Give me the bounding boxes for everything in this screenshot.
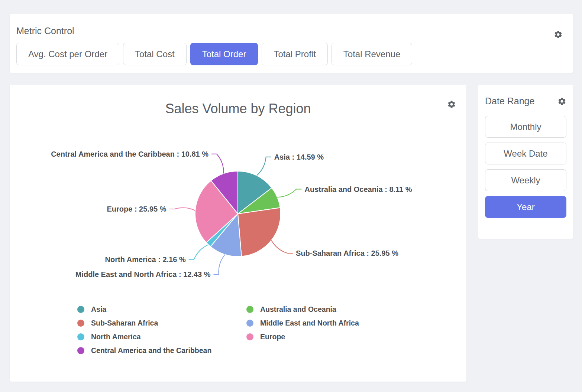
pie-label-line-middle-east-and-north-africa — [214, 255, 225, 274]
legend-label-europe: Europe — [260, 333, 285, 341]
dashboard-page: { "metric_control": { "title": "Metric C… — [0, 0, 582, 392]
legend-dot-sub-saharan-africa — [77, 320, 84, 327]
pie-label-middle-east-and-north-africa: Middle East and North Africa : 12.43 % — [75, 270, 211, 278]
metric-control-title: Metric Control — [16, 14, 566, 36]
date-range-button-monthly[interactable]: Monthly — [485, 116, 566, 138]
metric-control-panel: Metric Control Avg. Cost per OrderTotal … — [10, 14, 573, 73]
legend-item-europe[interactable]: Europe — [246, 330, 359, 344]
legend-label-north-america: North America — [91, 333, 141, 341]
date-range-panel: Date Range MonthlyWeek DateWeeklyYear — [478, 85, 573, 239]
metric-button-group: Avg. Cost per OrderTotal CostTotal Order… — [16, 43, 566, 65]
legend-label-asia: Asia — [91, 305, 106, 314]
metric-button-total-profit[interactable]: Total Profit — [262, 43, 327, 65]
legend-label-sub-saharan-africa: Sub-Saharan Africa — [91, 319, 158, 327]
legend-label-australia-and-oceania: Australia and Oceania — [260, 305, 336, 314]
date-range-title: Date Range — [485, 96, 534, 107]
pie-label-line-north-america — [189, 245, 208, 259]
date-range-settings-gear-icon[interactable] — [557, 97, 566, 106]
pie-label-line-central-america-and-the-caribbean — [211, 154, 224, 174]
gear-icon — [557, 97, 566, 106]
legend-item-north-america[interactable]: North America — [77, 330, 246, 344]
legend-dot-europe — [246, 333, 253, 340]
legend-label-middle-east-and-north-africa: Middle East and North Africa — [260, 319, 359, 327]
gear-icon — [554, 30, 563, 39]
pie-label-line-asia — [257, 157, 271, 176]
date-range-button-year[interactable]: Year — [485, 196, 566, 218]
legend-dot-north-america — [77, 333, 84, 340]
pie-label-sub-saharan-africa: Sub-Saharan Africa : 25.95 % — [296, 249, 398, 257]
sales-volume-chart-panel: Sales Volume by Region Asia : 14.59 %Aus… — [10, 85, 466, 382]
legend-label-central-america-and-the-caribbean: Central America and the Caribbean — [91, 346, 211, 355]
date-range-button-weekly[interactable]: Weekly — [485, 169, 566, 191]
legend-item-central-america-and-the-caribbean[interactable]: Central America and the Caribbean — [77, 344, 246, 357]
date-range-button-group: MonthlyWeek DateWeeklyYear — [485, 116, 566, 218]
metric-button-total-cost[interactable]: Total Cost — [123, 43, 187, 65]
pie-label-asia: Asia : 14.59 % — [274, 153, 324, 161]
chart-legend: AsiaAustralia and OceaniaSub-Saharan Afr… — [77, 303, 359, 357]
legend-dot-asia — [77, 306, 84, 313]
pie-label-australia-and-oceania: Australia and Oceania : 8.11 % — [305, 185, 412, 193]
legend-item-middle-east-and-north-africa[interactable]: Middle East and North Africa — [246, 316, 359, 330]
legend-item-sub-saharan-africa[interactable]: Sub-Saharan Africa — [77, 316, 246, 330]
pie-label-line-australia-and-oceania — [277, 189, 302, 197]
metric-settings-gear-icon[interactable] — [554, 30, 563, 39]
legend-dot-australia-and-oceania — [246, 306, 253, 313]
pie-label-line-sub-saharan-africa — [271, 240, 293, 253]
legend-dot-middle-east-and-north-africa — [246, 320, 253, 327]
pie-label-europe: Europe : 25.95 % — [107, 205, 166, 213]
legend-item-australia-and-oceania[interactable]: Australia and Oceania — [246, 303, 359, 316]
date-range-button-week-date[interactable]: Week Date — [485, 143, 566, 164]
pie-label-north-america: North America : 2.16 % — [105, 255, 186, 264]
pie-label-line-europe — [169, 208, 195, 210]
pie-label-central-america-and-the-caribbean: Central America and the Caribbean : 10.8… — [51, 150, 208, 158]
legend-item-asia[interactable]: Asia — [77, 303, 246, 316]
pie-slice-sub-saharan-africa[interactable] — [238, 208, 281, 256]
date-range-header: Date Range — [485, 85, 566, 107]
metric-button-total-order[interactable]: Total Order — [190, 43, 258, 65]
metric-button-total-revenue[interactable]: Total Revenue — [332, 43, 412, 65]
legend-dot-central-america-and-the-caribbean — [77, 347, 84, 354]
metric-button-avg-cost-per-order[interactable]: Avg. Cost per Order — [16, 43, 119, 65]
